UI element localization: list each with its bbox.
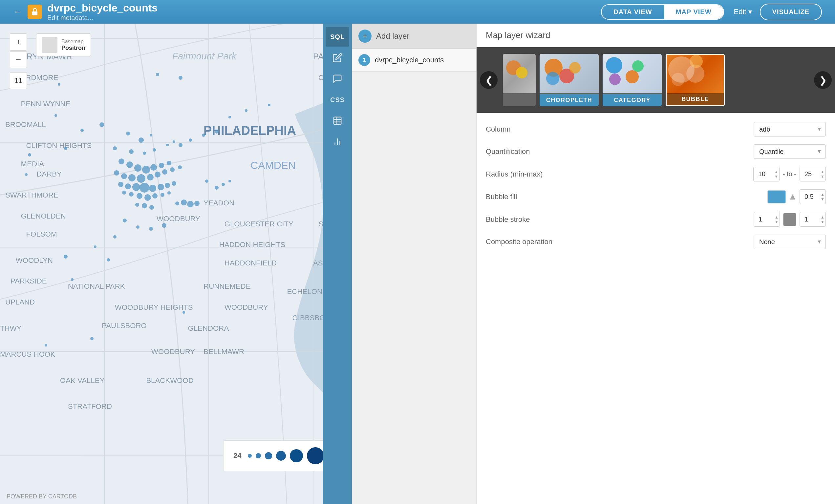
map-dot xyxy=(118,182,123,187)
sidebar: SQL CSS xyxy=(323,24,835,504)
carousel-item-bubble[interactable]: BUBBLE xyxy=(666,54,725,106)
sql-tab[interactable]: SQL xyxy=(326,27,349,47)
radius-min-up[interactable]: ▲ xyxy=(774,169,778,174)
chart-tab[interactable] xyxy=(326,132,349,152)
svg-text:FOLSOM: FOLSOM xyxy=(26,230,57,238)
radius-max-down[interactable]: ▼ xyxy=(820,174,824,179)
map-dot xyxy=(183,311,185,314)
radius-min-spinners: ▲ ▼ xyxy=(774,169,778,179)
zoom-in-button[interactable]: + xyxy=(10,34,27,50)
zoom-out-button[interactable]: − xyxy=(10,51,27,68)
map-dot xyxy=(64,147,67,150)
quantification-select[interactable]: Quantile xyxy=(754,144,826,159)
map-dot xyxy=(149,205,154,210)
basemap-selector[interactable]: Basemap Positron xyxy=(36,34,91,57)
back-button[interactable]: ← xyxy=(13,6,22,17)
column-select-wrapper: adb ▼ xyxy=(754,122,826,136)
map-dot xyxy=(137,193,142,199)
edit-tab[interactable] xyxy=(326,48,349,68)
stroke-val2-down[interactable]: ▼ xyxy=(820,219,824,224)
css-tab[interactable]: CSS xyxy=(326,90,349,110)
svg-text:HADDON HEIGHTS: HADDON HEIGHTS xyxy=(219,240,286,249)
opacity-up[interactable]: ▲ xyxy=(820,192,824,196)
quantification-label: Quantification xyxy=(486,147,530,156)
map-dot xyxy=(142,166,150,173)
map-dot xyxy=(55,114,57,117)
legend-bubble-2 xyxy=(256,453,261,458)
radius-max-up[interactable]: ▲ xyxy=(820,169,824,174)
map-dot xyxy=(152,148,156,152)
layer-number: 1 xyxy=(359,54,370,66)
svg-text:HADDONFIELD: HADDONFIELD xyxy=(224,259,277,267)
bubble-stroke-controls: ▲ ▼ ▲ ▼ xyxy=(754,212,826,227)
bubble-stroke-color-swatch[interactable] xyxy=(783,213,796,226)
layer-panel: + Add layer 1 dvrpc_bicycle_counts xyxy=(352,24,476,504)
map-dot xyxy=(143,152,146,155)
carousel-item-partial[interactable] xyxy=(503,54,536,106)
map-view-button[interactable]: MAP VIEW xyxy=(664,5,724,19)
bubble-stroke-val1-wrap: ▲ ▼ xyxy=(754,212,780,227)
map-dot xyxy=(122,191,126,194)
map-dot xyxy=(162,223,166,228)
quantification-select-wrapper: Quantile ▼ xyxy=(754,144,826,159)
map-dot xyxy=(205,180,208,183)
map-dot xyxy=(158,184,164,190)
map-dot xyxy=(113,235,117,238)
add-layer-button[interactable]: + xyxy=(359,29,371,43)
map-dot xyxy=(268,104,270,106)
bubble-fill-color-swatch[interactable] xyxy=(767,190,786,204)
map-dot xyxy=(179,76,183,80)
carousel-item-category[interactable]: CATEGORY xyxy=(603,54,662,106)
layer-item[interactable]: 1 dvrpc_bicycle_counts xyxy=(352,49,476,71)
stroke-val1-down[interactable]: ▼ xyxy=(775,219,778,224)
svg-text:NATIONAL PARK: NATIONAL PARK xyxy=(68,282,125,290)
map-dot xyxy=(114,170,119,175)
carousel-next-button[interactable]: ❯ xyxy=(814,71,832,89)
comment-tab[interactable] xyxy=(326,69,349,89)
legend-bubble-3 xyxy=(265,452,272,459)
stroke-val1-up[interactable]: ▲ xyxy=(775,215,778,219)
map-dot xyxy=(137,174,145,183)
svg-text:MEDIA: MEDIA xyxy=(21,160,44,168)
map-dot xyxy=(147,174,154,181)
bubble-fill-opacity-wrap: ▲ ▼ xyxy=(799,189,826,204)
map-dot xyxy=(228,180,231,183)
svg-text:UPLAND: UPLAND xyxy=(5,298,35,306)
edit-metadata-link[interactable]: Edit metadata... xyxy=(47,14,158,22)
map-dot xyxy=(64,255,68,258)
radius-separator: - to - xyxy=(783,170,796,178)
zoom-level: 11 xyxy=(10,72,27,89)
map-dot xyxy=(172,141,175,143)
data-view-button[interactable]: DATA VIEW xyxy=(602,5,664,19)
carousel-item-choropleth[interactable]: CHOROPLETH xyxy=(539,54,599,106)
map-dot xyxy=(159,163,164,168)
column-select[interactable]: adb xyxy=(754,122,826,136)
basemap-label: Basemap xyxy=(61,39,85,45)
map-dot xyxy=(142,203,147,208)
carousel-prev-button[interactable]: ❮ xyxy=(480,71,497,89)
map-dot xyxy=(155,172,161,177)
map-dot xyxy=(58,83,60,86)
radius-min-down[interactable]: ▼ xyxy=(774,174,778,179)
svg-rect-0 xyxy=(32,12,37,16)
map-dot xyxy=(90,337,94,340)
visualize-button[interactable]: VISUALIZE xyxy=(760,4,822,20)
dataset-title: dvrpc_bicycle_counts xyxy=(47,2,158,14)
svg-text:WOODBURY HEIGHTS: WOODBURY HEIGHTS xyxy=(115,303,193,311)
table-tab[interactable] xyxy=(326,111,349,131)
opacity-down[interactable]: ▼ xyxy=(820,197,824,202)
legend-bubble-4 xyxy=(276,451,286,461)
wizard-panel: Map layer wizard ❮ xyxy=(476,24,835,504)
map-dot xyxy=(166,144,169,146)
map-dot xyxy=(167,161,171,165)
map-dot xyxy=(150,134,152,136)
composite-select-wrapper: None ▼ xyxy=(754,235,826,249)
stroke-val2-up[interactable]: ▲ xyxy=(820,215,824,219)
composite-select[interactable]: None xyxy=(754,235,826,249)
map-dot xyxy=(144,194,151,201)
svg-text:ECHELON: ECHELON xyxy=(287,288,323,296)
map-dot xyxy=(135,203,139,207)
legend-bubble-1 xyxy=(248,454,252,458)
edit-button[interactable]: Edit ▾ xyxy=(734,7,752,16)
map-dot xyxy=(140,183,149,193)
